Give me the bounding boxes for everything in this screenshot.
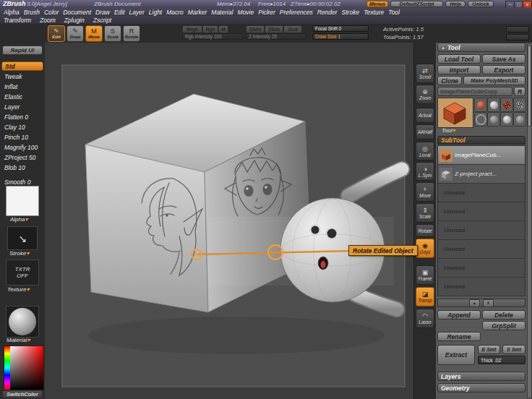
geometry-section-header[interactable]: Geometry: [437, 383, 525, 392]
menu-item-stroke[interactable]: Stroke: [342, 9, 360, 16]
current-tool-thumbnail[interactable]: [437, 98, 473, 128]
z-intensity-slider[interactable]: Z Intensity 25: [246, 33, 306, 40]
tool-thumbnail-ring[interactable]: [474, 112, 487, 126]
move-gyro-button[interactable]: + Move: [416, 182, 434, 202]
menu-item-zplugin[interactable]: Zplugin: [64, 17, 85, 24]
menu-item-marker[interactable]: Marker: [188, 9, 207, 16]
menu-item-zscript[interactable]: Zscript: [93, 17, 112, 24]
edit-mode-button[interactable]: ✎ Edit: [48, 25, 65, 42]
export-button[interactable]: Export: [482, 65, 525, 74]
rgb-button[interactable]: Rgb: [202, 25, 218, 33]
actual-button[interactable]: Actual: [416, 108, 434, 123]
tool-panel-header[interactable]: ▲ Tool: [437, 43, 525, 52]
unlock-button[interactable]: Unlock: [468, 1, 494, 7]
menu-item-brush[interactable]: Brush: [24, 9, 40, 16]
saturation-value-square[interactable]: [10, 346, 43, 390]
brush-elastic[interactable]: Elastic: [1, 92, 43, 101]
brush-pinch[interactable]: Pinch 10: [1, 132, 43, 142]
material-flyout-label[interactable]: Material▾: [7, 337, 30, 343]
rgb-intensity-slider[interactable]: Rgb Intensity 100: [182, 33, 243, 40]
material-thumbnail[interactable]: [6, 306, 39, 338]
move-mode-button[interactable]: M Move: [85, 25, 103, 42]
subtool-up-button[interactable]: ▲: [469, 299, 480, 307]
lasso-button[interactable]: ◠ Lasso: [416, 309, 434, 328]
rotate-mode-button[interactable]: R Rotate: [123, 25, 140, 42]
thick-slider[interactable]: Thick .02: [478, 356, 525, 364]
zoom-button[interactable]: ⊕ Zoom: [416, 85, 434, 104]
s-smt-button[interactable]: S Smt: [502, 345, 525, 354]
brush-layer[interactable]: Layer: [1, 102, 43, 111]
save-as-button[interactable]: Save As: [482, 54, 525, 64]
menu-item-color[interactable]: Color: [44, 9, 59, 16]
color-picker[interactable]: [4, 346, 44, 390]
subtool-item-unused[interactable]: Unused: [438, 202, 525, 221]
grpsplit-button[interactable]: GrpSplit: [482, 321, 525, 330]
subtool-item-unused[interactable]: Unused: [438, 259, 525, 278]
menu-item-macro[interactable]: Macro: [166, 9, 184, 16]
subtool-item-unused[interactable]: Unused: [438, 278, 525, 296]
default-zscript-button[interactable]: DefaultZScript: [390, 1, 443, 7]
brush-std[interactable]: Std: [1, 61, 43, 71]
append-button[interactable]: Append: [437, 310, 481, 319]
alpha-thumbnail[interactable]: [6, 186, 39, 216]
toolbar-extra-slider-1[interactable]: [506, 26, 529, 33]
rename-button[interactable]: Rename: [437, 332, 481, 341]
panel-scrollbar-thumb[interactable]: [528, 46, 531, 126]
texture-flyout-label[interactable]: Texture▾: [7, 286, 29, 293]
brush-tweak[interactable]: Tweak: [1, 72, 43, 81]
layers-section-header[interactable]: Layers: [437, 372, 525, 381]
menu-item-zoom[interactable]: Zoom: [40, 17, 56, 24]
local-button[interactable]: ◎ Local: [416, 142, 434, 160]
menu-item-transform[interactable]: Transform: [4, 17, 31, 24]
toolbar-extra-slider-2[interactable]: [506, 34, 529, 40]
delete-button[interactable]: Delete: [482, 310, 525, 319]
frame-button[interactable]: ▣ Frame: [416, 265, 434, 285]
scroll-button[interactable]: ⇄ Scroll: [416, 64, 434, 83]
menu-item-alpha[interactable]: Alpha: [4, 9, 20, 16]
aahalf-button[interactable]: AAHalf: [416, 124, 434, 140]
tool-thumbnail-sphere-4[interactable]: [513, 112, 526, 126]
brush-magnify[interactable]: Magnify 100: [1, 142, 43, 152]
tool-thumbnail-red-sphere[interactable]: [474, 98, 487, 112]
menu-item-draw[interactable]: Draw: [95, 9, 110, 16]
import-button[interactable]: Import: [437, 65, 481, 74]
clone-button[interactable]: Clone: [437, 76, 462, 85]
draw-mode-button[interactable]: ✎ Draw: [66, 25, 84, 42]
menu-item-preferences[interactable]: Preferences: [280, 9, 313, 16]
menu-item-layer[interactable]: Layer: [129, 9, 145, 16]
menu-item-picker[interactable]: Picker: [258, 9, 275, 16]
stroke-flyout-label[interactable]: Stroke▾: [9, 250, 29, 257]
e-smt-button[interactable]: E Smt: [478, 345, 500, 354]
brush-clay[interactable]: Clay 10: [1, 122, 43, 132]
menu-item-texture[interactable]: Texture: [364, 9, 384, 16]
tool-thumbnail-sphere-2[interactable]: [487, 112, 500, 126]
menu-item-movie[interactable]: Movie: [238, 9, 254, 16]
tool-thumbnail-spiky[interactable]: [500, 98, 513, 112]
panel-scrollbar[interactable]: [527, 43, 532, 398]
zsub-button[interactable]: ZSub: [265, 25, 283, 33]
switch-color-button[interactable]: SwitchColor: [2, 390, 43, 398]
transp-button[interactable]: ◪ Transp: [416, 287, 434, 306]
subtool-item-zproject[interactable]: Z-project pract...: [438, 165, 525, 184]
subtool-item-unused[interactable]: Unused: [438, 221, 525, 240]
mrgb-button[interactable]: Mrgb: [182, 25, 202, 33]
help-button[interactable]: Help: [445, 1, 466, 7]
draw-size-slider[interactable]: Draw Size 1: [312, 33, 369, 40]
menu-item-light[interactable]: Light: [149, 9, 162, 16]
zcut-button[interactable]: Zcut: [283, 25, 302, 33]
alpha-flyout-label[interactable]: Alpha▾: [10, 216, 27, 223]
tool-thumbnail-sphere-3[interactable]: [500, 112, 513, 126]
load-tool-button[interactable]: Load Tool: [437, 54, 481, 64]
subtool-item-imageplanecube[interactable]: ImagePlaneCub...: [438, 146, 525, 165]
lsym-button[interactable]: ◑ L.Sym: [416, 162, 434, 181]
brush-inflat[interactable]: Inflat: [1, 82, 43, 91]
menu-item-tool[interactable]: Tool: [388, 9, 400, 16]
rapid-ui-button[interactable]: Rapid UI: [2, 46, 43, 55]
hue-strip[interactable]: [4, 346, 10, 390]
tool-r-button[interactable]: R: [514, 87, 525, 96]
subtool-item-unused[interactable]: Unused: [438, 240, 525, 259]
menu-item-edit[interactable]: Edit: [114, 9, 125, 16]
menu-item-render[interactable]: Render: [317, 9, 338, 16]
extract-button[interactable]: Extract: [437, 345, 475, 365]
subtool-section-header[interactable]: SubTool: [437, 136, 525, 145]
